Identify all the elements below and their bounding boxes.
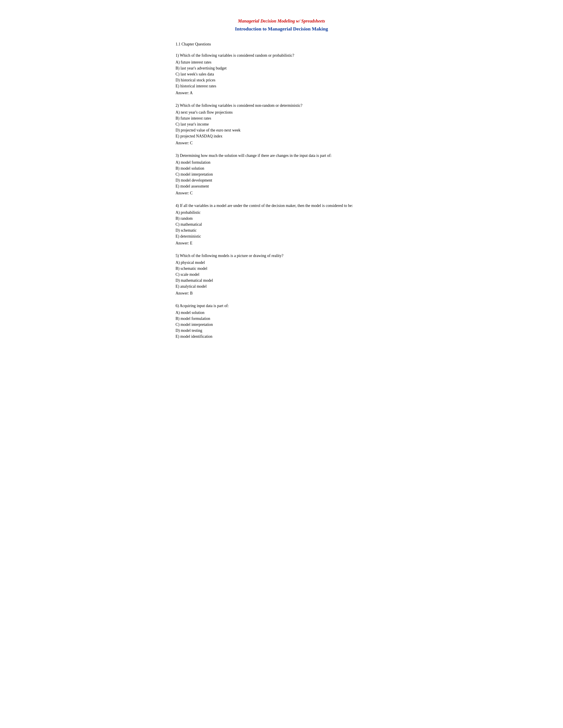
answer-4: Answer: E [175,240,388,246]
question-text-6: 6) Acquiring input data is part of: [175,303,388,309]
option-1-c: C) last week's sales data [175,71,388,77]
option-5-a: A) physical model [175,260,388,266]
option-2-e: E) projected NASDAQ index [175,133,388,139]
question-block-5: 5) Which of the following models is a pi… [175,253,388,296]
answer-2: Answer: C [175,140,388,146]
question-text-4: 4) If all the variables in a model are u… [175,203,388,209]
questions-container: 1) Which of the following variables is c… [175,53,388,340]
option-5-d: D) mathematical model [175,278,388,283]
option-3-c: C) model interpretation [175,171,388,177]
option-4-c: C) mathematical [175,221,388,227]
option-2-c: C) last year's income [175,121,388,127]
option-4-d: D) schematic [175,227,388,233]
option-4-a: A) probabilistic [175,210,388,216]
question-text-3: 3) Determining how much the solution wil… [175,153,388,159]
option-5-c: C) scale model [175,272,388,278]
option-5-b: B) schematic model [175,266,388,272]
question-block-3: 3) Determining how much the solution wil… [175,153,388,196]
question-text-5: 5) Which of the following models is a pi… [175,253,388,259]
answer-1: Answer: A [175,90,388,96]
question-text-2: 2) Which of the following variables is c… [175,103,388,109]
header-subtitle: Managerial Decision Modeling w/ Spreadsh… [175,18,388,24]
option-1-b: B) last year's advertising budget [175,65,388,71]
option-6-c: C) model interpretation [175,322,388,328]
option-1-d: D) historical stock prices [175,77,388,83]
question-block-6: 6) Acquiring input data is part of:A) mo… [175,303,388,340]
option-1-e: E) historical interest rates [175,83,388,89]
answer-3: Answer: C [175,190,388,196]
option-6-b: B) model formulation [175,316,388,322]
option-2-a: A) next year's cash flow projections [175,109,388,115]
option-4-b: B) random [175,216,388,221]
option-6-a: A) model solution [175,310,388,316]
question-block-4: 4) If all the variables in a model are u… [175,203,388,246]
option-3-e: E) model assessment [175,183,388,189]
option-5-e: E) analytical model [175,283,388,289]
option-1-a: A) future interest rates [175,59,388,65]
header-title: Introduction to Managerial Decision Maki… [175,25,388,32]
question-block-1: 1) Which of the following variables is c… [175,53,388,96]
option-4-e: E) deterministic [175,233,388,239]
option-3-d: D) model development [175,177,388,183]
question-block-2: 2) Which of the following variables is c… [175,103,388,146]
option-3-a: A) model formulation [175,159,388,165]
section-title: 1.1 Chapter Questions [175,41,388,47]
answer-5: Answer: B [175,290,388,296]
question-text-1: 1) Which of the following variables is c… [175,53,388,58]
option-2-b: B) future interest rates [175,115,388,121]
option-6-e: E) model identification [175,334,388,340]
option-3-b: B) model solution [175,165,388,171]
option-2-d: D) projected value of the euro next week [175,127,388,133]
page-header: Managerial Decision Modeling w/ Spreadsh… [175,18,388,32]
option-6-d: D) model testing [175,328,388,334]
